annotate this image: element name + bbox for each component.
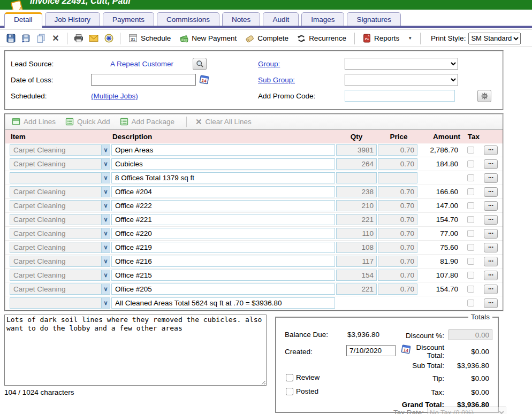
- item-dropdown-arrow-icon[interactable]: ∨: [101, 297, 110, 309]
- tax-checkbox[interactable]: [467, 174, 474, 181]
- item-select-value[interactable]: Carpet Cleaning: [10, 283, 101, 295]
- item-select-value[interactable]: Carpet Cleaning: [10, 186, 101, 197]
- item-select-value[interactable]: Carpet Cleaning: [10, 214, 101, 225]
- created-date-input[interactable]: [346, 345, 396, 356]
- tab-commissions[interactable]: Commissions: [157, 12, 219, 26]
- tab-notes[interactable]: Notes: [222, 12, 260, 26]
- description-input[interactable]: [111, 172, 335, 183]
- price-input[interactable]: [378, 242, 417, 253]
- print-style-select[interactable]: SM Standard: [468, 33, 521, 44]
- tax-checkbox[interactable]: [467, 286, 474, 293]
- sub-group-link[interactable]: Sub Group:: [258, 76, 295, 84]
- email-icon[interactable]: [87, 32, 100, 45]
- description-input[interactable]: [111, 144, 335, 156]
- recurrence-button[interactable]: Recurrence: [294, 33, 349, 44]
- item-dropdown-arrow-icon[interactable]: ∨: [101, 256, 110, 267]
- review-checkbox[interactable]: [286, 374, 293, 381]
- tax-checkbox[interactable]: [467, 244, 474, 251]
- line-options-button[interactable]: ...: [484, 243, 498, 252]
- qty-input[interactable]: [336, 186, 377, 197]
- qty-input[interactable]: [336, 283, 377, 295]
- qty-input[interactable]: [336, 242, 377, 253]
- add-package-button[interactable]: Add Package: [119, 117, 179, 127]
- line-options-button[interactable]: ...: [484, 298, 498, 308]
- description-input[interactable]: [111, 297, 335, 309]
- save-as-icon[interactable]: [19, 32, 32, 45]
- line-options-button[interactable]: ...: [484, 187, 498, 197]
- item-dropdown-arrow-icon[interactable]: ∨: [101, 200, 110, 211]
- item-select-value[interactable]: [10, 172, 101, 183]
- price-input[interactable]: [378, 144, 417, 156]
- description-input[interactable]: [111, 186, 335, 197]
- line-options-button[interactable]: ...: [484, 173, 498, 183]
- description-input[interactable]: [111, 242, 335, 253]
- qty-input[interactable]: [336, 200, 377, 211]
- delete-icon[interactable]: ✕: [49, 32, 62, 45]
- line-options-button[interactable]: ...: [484, 159, 498, 169]
- tab-payments[interactable]: Payments: [103, 12, 154, 26]
- item-select-value[interactable]: Carpet Cleaning: [10, 242, 101, 253]
- price-input[interactable]: [378, 158, 417, 170]
- line-options-button[interactable]: ...: [484, 145, 498, 155]
- invoice-notes-textarea[interactable]: Lots of dark soil lines where they remov…: [4, 315, 267, 386]
- qty-input[interactable]: [336, 270, 377, 281]
- description-input[interactable]: [111, 200, 335, 211]
- group-select[interactable]: [345, 58, 458, 70]
- item-dropdown-arrow-icon[interactable]: ∨: [101, 270, 110, 281]
- tax-checkbox[interactable]: [467, 230, 474, 237]
- price-input[interactable]: [378, 256, 417, 267]
- tab-signatures[interactable]: Signatures: [347, 12, 401, 26]
- qty-input[interactable]: [336, 214, 377, 225]
- lead-source-link[interactable]: A Repeat Customer: [110, 60, 173, 68]
- date-picker-icon[interactable]: 14: [199, 74, 210, 85]
- promo-code-input[interactable]: [345, 90, 455, 102]
- item-dropdown-arrow-icon[interactable]: ∨: [101, 144, 110, 156]
- schedule-button[interactable]: 31 Schedule: [125, 33, 174, 44]
- tab-detail[interactable]: Detail: [4, 12, 42, 28]
- posted-checkbox[interactable]: [286, 388, 293, 395]
- description-input[interactable]: [111, 283, 335, 295]
- qty-input[interactable]: [336, 228, 377, 239]
- line-options-button[interactable]: ...: [484, 271, 498, 280]
- item-select-value[interactable]: Carpet Cleaning: [10, 144, 101, 156]
- tax-checkbox[interactable]: [467, 300, 474, 306]
- tax-checkbox[interactable]: [467, 272, 474, 279]
- item-dropdown-arrow-icon[interactable]: ∨: [101, 172, 110, 183]
- tab-images[interactable]: Images: [301, 12, 344, 26]
- item-select-value[interactable]: [10, 297, 101, 309]
- add-lines-button[interactable]: Add Lines: [11, 117, 60, 127]
- price-input[interactable]: [378, 214, 417, 225]
- qty-input[interactable]: [336, 144, 377, 156]
- description-input[interactable]: [111, 158, 335, 170]
- line-options-button[interactable]: ...: [484, 257, 498, 266]
- date-of-loss-input[interactable]: [91, 74, 196, 86]
- qty-input[interactable]: [336, 158, 377, 170]
- tax-checkbox[interactable]: [467, 147, 474, 154]
- tax-checkbox[interactable]: [467, 202, 474, 209]
- item-select-value[interactable]: Carpet Cleaning: [10, 200, 101, 211]
- line-options-button[interactable]: ...: [484, 285, 498, 294]
- tax-checkbox[interactable]: [467, 160, 474, 167]
- qty-input[interactable]: [336, 256, 377, 267]
- tax-checkbox[interactable]: [467, 216, 474, 223]
- description-input[interactable]: [111, 214, 335, 225]
- print-icon[interactable]: [72, 32, 85, 45]
- description-input[interactable]: [111, 270, 335, 281]
- copy-icon[interactable]: [34, 32, 47, 45]
- clear-all-lines-button[interactable]: ✕ Clear All Lines: [194, 116, 256, 128]
- item-dropdown-arrow-icon[interactable]: ∨: [101, 214, 110, 225]
- price-input[interactable]: [378, 172, 417, 183]
- qty-input[interactable]: [336, 172, 377, 183]
- price-input[interactable]: [378, 283, 417, 295]
- item-dropdown-arrow-icon[interactable]: ∨: [101, 228, 110, 239]
- description-input[interactable]: [111, 256, 335, 267]
- quick-add-button[interactable]: Quick Add: [64, 117, 115, 127]
- price-input[interactable]: [378, 186, 417, 197]
- description-input[interactable]: [111, 228, 335, 239]
- lead-source-lookup-button[interactable]: [193, 58, 207, 70]
- item-select-value[interactable]: Carpet Cleaning: [10, 228, 101, 239]
- line-options-button[interactable]: ...: [484, 201, 498, 211]
- tax-checkbox[interactable]: [467, 188, 474, 195]
- new-payment-button[interactable]: New Payment: [176, 33, 240, 44]
- line-options-button[interactable]: ...: [484, 215, 498, 225]
